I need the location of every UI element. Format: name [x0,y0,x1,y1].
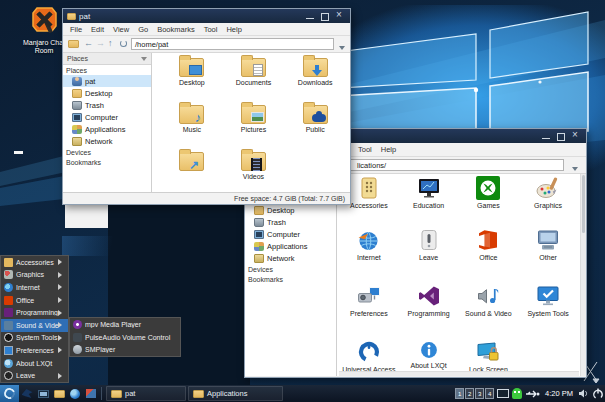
sidebar-item-computer[interactable]: Computer [63,111,151,123]
app-universal-access[interactable]: Universal Access [339,338,399,371]
workspace-3[interactable]: 3 [475,388,484,399]
folder-public[interactable]: Public [284,102,346,149]
startmenu-item-graphics[interactable]: Graphics [1,269,68,282]
quicklaunch-places[interactable] [83,386,99,401]
close-icon[interactable] [334,11,346,21]
menu-edit[interactable]: Edit [91,25,104,34]
startmenu-item-sound-video[interactable]: Sound & Video [1,319,68,332]
menu-help[interactable]: Help [381,145,396,154]
workspace-pager[interactable]: 1 2 3 4 [455,388,494,399]
folder-music[interactable]: ♪Music [161,102,223,149]
sidebar-group-devices[interactable]: Devices [245,264,336,274]
green-tray-icon[interactable] [512,388,522,399]
system-tools-icon [4,333,13,342]
startmenu-item-about-lxqt[interactable]: About LXQt [1,357,68,370]
app-education[interactable]: Education [399,174,459,226]
app-internet[interactable]: Internet [339,226,399,282]
sidebar-group-devices[interactable]: Devices [63,147,151,157]
startmenu-item-programming[interactable]: Programming [1,306,68,319]
app-preferences[interactable]: Preferences [339,282,399,338]
power-icon[interactable] [592,388,604,400]
close-icon[interactable] [570,131,582,141]
back-icon[interactable]: ← [84,38,93,48]
sidebar-item-network[interactable]: Network [63,135,151,147]
vertical-scrollbar[interactable] [580,174,586,376]
sidebar-group-bookmarks[interactable]: Bookmarks [63,157,151,167]
submenu-item-smplayer[interactable]: SMPlayer [70,343,180,356]
quicklaunch-browser[interactable] [19,386,35,401]
new-folder-icon[interactable] [68,40,79,48]
sidebar-pane-header[interactable]: Places [63,53,151,65]
usb-device-icon[interactable] [525,389,540,399]
start-button[interactable] [0,385,19,402]
folder-shortcut[interactable]: ↗ [161,149,223,192]
minimize-icon[interactable] [540,131,552,141]
app-office[interactable]: Office [459,226,519,282]
clock[interactable]: 4:20 PM [543,389,575,398]
sidebar-item-pat[interactable]: pat [63,75,151,87]
up-icon[interactable]: ↑ [108,38,113,48]
refresh-icon[interactable] [120,40,127,47]
app-graphics[interactable]: Graphics [518,174,578,226]
task-button-pat[interactable]: pat [106,386,186,401]
maximize-icon[interactable] [555,131,567,141]
workspace-2[interactable]: 2 [465,388,474,399]
pat-body: Places Places pat Desktop Trash Computer… [63,53,350,192]
app-leave[interactable]: Leave [399,226,459,282]
menu-tool[interactable]: Tool [204,25,218,34]
quicklaunch-web[interactable] [67,386,83,401]
submenu-item-pulseaudio[interactable]: PulseAudio Volume Control [70,331,180,344]
menu-go[interactable]: Go [138,25,148,34]
menu-file[interactable]: File [70,25,82,34]
folder-videos[interactable]: Videos [223,149,285,192]
app-lock-screen[interactable]: Lock Screen [459,338,519,371]
pat-titlebar[interactable]: pat [63,9,350,23]
app-other[interactable]: Other [518,226,578,282]
menu-help[interactable]: Help [226,25,241,34]
app-games[interactable]: Games [459,174,519,226]
sidebar-item-network[interactable]: Network [245,252,336,264]
menu-view[interactable]: View [113,25,129,34]
startmenu-item-leave[interactable]: Leave [1,369,68,382]
sidebar-item-applications[interactable]: Applications [63,123,151,135]
menu-tool[interactable]: Tool [358,145,372,154]
sidebar-group-places[interactable]: Places [63,65,151,75]
sidebar-item-trash[interactable]: Trash [245,216,336,228]
startmenu-item-system-tools[interactable]: System Tools [1,332,68,345]
startmenu-item-preferences[interactable]: Preferences [1,344,68,357]
minimize-icon[interactable] [304,11,316,21]
app-system-tools[interactable]: System Tools [518,282,578,338]
sidebar-item-trash[interactable]: Trash [63,99,151,111]
sidebar-item-desktop[interactable]: Desktop [245,204,336,216]
sidebar-item-desktop[interactable]: Desktop [63,87,151,99]
network-monitor-icon[interactable] [497,389,509,398]
folder-documents[interactable]: Documents [223,55,285,102]
volume-icon[interactable] [578,388,589,399]
sidebar-group-bookmarks[interactable]: Bookmarks [245,274,336,284]
app-about-lxqt[interactable]: About LXQt [399,338,459,371]
app-programming[interactable]: Programming [399,282,459,338]
folder-downloads[interactable]: Downloads [284,55,346,102]
address-bar[interactable]: lications/ [331,159,564,171]
task-button-applications[interactable]: Applications [188,386,283,401]
workspace-1[interactable]: 1 [455,388,464,399]
horizontal-scrollbar[interactable] [339,371,579,376]
forward-icon[interactable]: → [96,38,105,48]
address-dropdown-icon[interactable] [568,160,582,171]
quicklaunch-file-manager[interactable] [51,386,67,401]
sidebar-item-applications[interactable]: Applications [245,240,336,252]
startmenu-item-accessories[interactable]: Accessories [1,256,68,269]
menu-bookmarks[interactable]: Bookmarks [157,25,195,34]
folder-desktop[interactable]: Desktop [161,55,223,102]
folder-pictures[interactable]: Pictures [223,102,285,149]
maximize-icon[interactable] [319,11,331,21]
submenu-item-mpv[interactable]: mpv Media Player [70,318,180,331]
startmenu-item-internet[interactable]: Internet [1,281,68,294]
quicklaunch-terminal[interactable] [35,386,51,401]
app-sound-video[interactable]: Sound & Video [459,282,519,338]
workspace-4[interactable]: 4 [485,388,494,399]
address-dropdown-icon[interactable] [335,39,349,50]
sidebar-item-computer[interactable]: Computer [245,228,336,240]
address-bar[interactable]: /home/pat [131,38,334,50]
startmenu-item-office[interactable]: Office [1,294,68,307]
